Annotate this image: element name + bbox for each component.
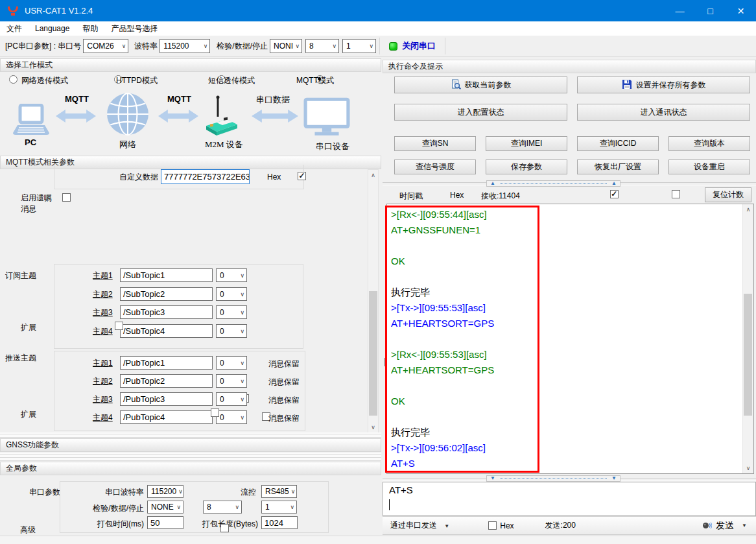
pub-topic3-label: 主题3	[93, 394, 113, 405]
log-splitter-handle[interactable]: ▲ ▲	[486, 180, 620, 187]
stopbits-combo[interactable]: 1∨	[342, 39, 376, 53]
global-baud-value: 115200	[151, 487, 176, 496]
diagram-link1-label: MQTT	[65, 94, 89, 104]
scroll-down-icon[interactable]: ∨	[743, 463, 753, 473]
close-port-button[interactable]: 关闭串口	[383, 38, 442, 54]
log-hex-checkbox[interactable]	[672, 190, 680, 198]
radio-net-mode[interactable]	[9, 75, 18, 84]
maximize-button[interactable]: □	[695, 0, 726, 21]
query-imei-button[interactable]: 查询IMEI	[486, 136, 567, 151]
send-via-serial-dropdown[interactable]: 通过串口发送 ▼	[390, 520, 449, 531]
sub-topic4-qos-combo[interactable]: 0∨	[216, 324, 247, 338]
port-combo[interactable]: COM26∨	[83, 39, 128, 53]
sub-topic1-input[interactable]: /SubTopic1	[120, 268, 213, 282]
reboot-button[interactable]: 设备重启	[668, 160, 750, 174]
scrollbar-thumb[interactable]	[744, 294, 752, 416]
menu-product-model[interactable]: 产品型号选择	[104, 23, 164, 34]
chevron-down-icon: ∨	[290, 504, 294, 510]
log-output[interactable]: >[Rx<-][09:55:44][asc]AT+GNSSFUNEN=1 OK …	[386, 204, 754, 474]
chevron-down-icon: ∨	[178, 488, 183, 495]
custom-data-hex-checkbox[interactable]	[298, 172, 306, 180]
chevron-down-icon: ∨	[295, 43, 300, 49]
reset-count-button[interactable]: 复位计数	[705, 187, 751, 202]
send-splitter-handle[interactable]: ▼ ▼	[486, 475, 620, 482]
save-params-button[interactable]: 保存参数	[486, 160, 567, 174]
bottom-strip	[0, 536, 756, 544]
packtime-input[interactable]: 50	[147, 516, 183, 529]
scroll-down-icon[interactable]: ∨	[368, 422, 378, 432]
pub-topic3-qos-combo[interactable]: 0∨	[216, 392, 247, 406]
sub-topic3-qos-combo[interactable]: 0∨	[216, 305, 247, 319]
sub-expand-checkbox[interactable]	[115, 322, 123, 330]
timestamp-checkbox[interactable]	[610, 190, 619, 198]
send-button[interactable]: 发送 ▼	[702, 520, 747, 532]
databits-combo[interactable]: 8∨	[305, 39, 339, 53]
menu-help[interactable]: 帮助	[76, 23, 104, 34]
flow-control-combo[interactable]: RS485∨	[261, 485, 297, 498]
chevron-down-icon: ∨	[240, 309, 244, 316]
sub-topic2-input[interactable]: /SubTopic2	[120, 287, 213, 301]
set-save-params-button[interactable]: 设置并保存所有参数	[577, 77, 750, 93]
parity-combo[interactable]: NONI∨	[270, 39, 302, 53]
sub-topic4-input[interactable]: /SubTopic4	[120, 324, 213, 338]
query-signal-button[interactable]: 查信号强度	[394, 160, 476, 174]
sub-topic3-input[interactable]: /SubTopic3	[120, 305, 213, 319]
diagram-net-label: 网络	[119, 139, 136, 150]
enter-comm-button[interactable]: 进入通讯状态	[577, 104, 750, 121]
enter-config-button[interactable]: 进入配置状态	[394, 104, 567, 121]
pub-topic2-qos-combo[interactable]: 0∨	[216, 374, 247, 388]
sub-topic4-qos: 0	[220, 327, 224, 336]
global-baud-combo[interactable]: 115200∨	[147, 485, 183, 498]
query-sn-button[interactable]: 查询SN	[394, 136, 476, 151]
global-stopbits-combo[interactable]: 1∨	[261, 501, 297, 514]
pub-topic4-qos-combo[interactable]: 0∨	[216, 410, 247, 424]
send-button-label: 发送	[716, 520, 734, 532]
pub-topic3-input[interactable]: /PubTopic3	[120, 392, 213, 406]
baud-label: 波特率	[134, 41, 158, 52]
pub-expand-checkbox[interactable]	[211, 408, 219, 417]
title-bar: USR-CAT1 V1.2.4 — □ ✕	[0, 0, 756, 21]
get-params-button[interactable]: 获取当前参数	[394, 77, 567, 93]
send-hex-checkbox[interactable]	[488, 521, 497, 530]
pub-topic1-input[interactable]: /PubTopic1	[120, 356, 213, 370]
scroll-up-icon[interactable]: ∧	[368, 170, 378, 180]
query-iccid-button[interactable]: 查询ICCID	[577, 136, 659, 151]
section-splitter[interactable]	[0, 432, 381, 438]
reboot-label: 设备重启	[694, 161, 725, 172]
log-line: AT+HEARTSORT=GPS	[391, 362, 740, 378]
close-button[interactable]: ✕	[726, 0, 756, 21]
global-parity-combo[interactable]: NONE∨	[147, 501, 183, 514]
mqtt-panel-scrollbar[interactable]: ∧ ∨	[368, 169, 379, 433]
sub-topic2-qos-combo[interactable]: 0∨	[216, 287, 247, 301]
section-splitter[interactable]	[0, 453, 381, 461]
baud-combo[interactable]: 115200∨	[159, 39, 210, 53]
pub-topic4-input[interactable]: /PubTopic4	[120, 410, 213, 424]
diagram-link3-label: 串口数据	[256, 94, 290, 106]
sub-topic1-qos-combo[interactable]: 0∨	[216, 268, 247, 282]
menu-file[interactable]: 文件	[0, 23, 29, 34]
chevron-down-icon: ∨	[240, 378, 244, 384]
packtime-value: 50	[150, 518, 159, 528]
pub-topic2-input[interactable]: /PubTopic2	[120, 374, 213, 388]
global-databits-combo[interactable]: 8∨	[203, 501, 242, 514]
custom-data-value: 7777772E7573722E636E	[164, 172, 250, 182]
minimize-button[interactable]: —	[665, 0, 695, 21]
log-scrollbar[interactable]: ∧ ∨	[742, 204, 753, 473]
scroll-up-icon[interactable]: ∧	[743, 204, 753, 215]
packtime-label: 打包时间(ms)	[78, 519, 144, 530]
advanced-checkbox[interactable]	[220, 524, 229, 532]
custom-data-input[interactable]: 7777772E7573722E636E	[161, 169, 250, 184]
scrollbar-thumb[interactable]	[369, 291, 377, 416]
gnss-title: GNSS功能参数	[6, 440, 59, 451]
pub-topic1-qos-combo[interactable]: 0∨	[216, 356, 247, 370]
will-message-checkbox[interactable]	[62, 193, 71, 202]
factory-reset-button[interactable]: 恢复出厂设置	[577, 160, 659, 174]
globe-icon	[106, 92, 150, 138]
factory-reset-label: 恢复出厂设置	[595, 161, 641, 172]
menu-language[interactable]: Language	[29, 24, 76, 33]
triangle-down-icon: ▼	[611, 476, 617, 481]
packlen-input[interactable]: 1024	[261, 516, 298, 529]
global-parity-value: NONE	[151, 503, 174, 512]
send-input[interactable]: AT+S	[383, 482, 756, 516]
query-version-button[interactable]: 查询版本	[668, 136, 750, 151]
